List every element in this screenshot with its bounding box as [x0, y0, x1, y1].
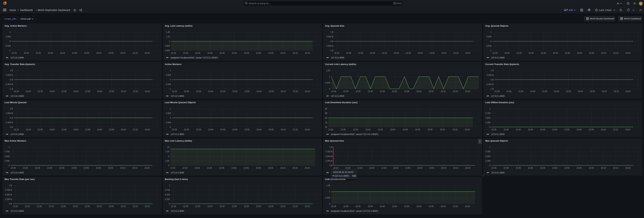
svg-text:22:45: 22:45	[220, 205, 224, 207]
svg-text:22:30: 22:30	[346, 52, 351, 54]
svg-text:23:00: 23:00	[256, 205, 261, 207]
svg-text:23:10: 23:10	[280, 52, 286, 54]
svg-text:23:00: 23:00	[97, 90, 102, 92]
svg-text:-0.500 B: -0.500 B	[6, 121, 13, 124]
svg-text:23:20: 23:20	[625, 167, 630, 169]
svg-text:22:40: 22:40	[368, 205, 373, 207]
svg-text:23:05: 23:05	[590, 90, 595, 92]
svg-text:23:00: 23:00	[256, 90, 262, 92]
svg-text:23:00: 23:00	[577, 129, 582, 131]
svg-text:1: 1	[169, 184, 170, 187]
svg-text:23:05: 23:05	[429, 167, 434, 169]
svg-text:23:05: 23:05	[268, 90, 274, 92]
svg-text:22:55: 22:55	[244, 167, 248, 169]
svg-text:22:30: 22:30	[24, 52, 29, 54]
svg-text:22:30: 22:30	[343, 90, 348, 92]
svg-text:22:45: 22:45	[540, 129, 545, 131]
svg-text:0: 0	[170, 117, 171, 119]
svg-text:22:50: 22:50	[232, 167, 236, 169]
svg-text:22:50: 22:50	[390, 129, 396, 131]
svg-text:23:20: 23:20	[144, 52, 150, 54]
svg-text:22:50: 22:50	[72, 52, 77, 54]
svg-text:23:15: 23:15	[133, 90, 138, 92]
svg-text:{endpoint="localhost:9010", se: {endpoint="localhost:9010", server="127.…	[331, 133, 378, 136]
svg-text:0: 0	[329, 87, 330, 90]
svg-text:0 B: 0 B	[330, 40, 334, 43]
svg-text:23:10: 23:10	[280, 205, 286, 207]
svg-text:22:45: 22:45	[381, 167, 386, 169]
svg-text:22:40: 22:40	[366, 129, 370, 131]
svg-text:22:55: 22:55	[244, 90, 250, 92]
svg-text:23:10: 23:10	[601, 167, 606, 169]
svg-text:22:40: 22:40	[208, 52, 212, 54]
svg-text:{endpoint="localhost:9010", se: {endpoint="localhost:9010", server="127.…	[171, 57, 218, 59]
svg-text:22:35: 22:35	[356, 90, 360, 92]
svg-text:23:05: 23:05	[589, 167, 594, 169]
svg-text:23:00: 23:00	[256, 167, 261, 169]
svg-text:23:00: 23:00	[577, 52, 582, 54]
svg-text:30: 30	[325, 117, 328, 119]
svg-text:10: 10	[167, 146, 170, 148]
svg-text:22:30: 22:30	[184, 129, 189, 131]
svg-text:1 B: 1 B	[10, 107, 13, 110]
svg-text:22:55: 22:55	[564, 167, 570, 169]
svg-text:22:55: 22:55	[405, 167, 410, 169]
svg-text:22:40: 22:40	[48, 52, 53, 54]
svg-text:22:50: 22:50	[553, 52, 558, 54]
svg-text:0.500: 0.500	[486, 117, 490, 119]
svg-text:23:05: 23:05	[428, 205, 434, 207]
svg-text:22:55: 22:55	[85, 90, 90, 92]
svg-text:-0.500: -0.500	[165, 83, 171, 85]
svg-text:23:05: 23:05	[268, 205, 273, 207]
svg-text:23:15: 23:15	[452, 129, 458, 131]
svg-text:1 B: 1 B	[330, 146, 332, 148]
svg-text:0.750: 0.750	[5, 151, 10, 153]
svg-text:1: 1	[329, 75, 330, 78]
svg-text:22:45: 22:45	[219, 167, 224, 169]
svg-text:22:55: 22:55	[404, 90, 409, 92]
svg-text:22:40: 22:40	[207, 167, 212, 169]
svg-text:23:15: 23:15	[292, 205, 298, 207]
svg-text:22:50: 22:50	[72, 167, 76, 169]
svg-text:23:20: 23:20	[305, 205, 310, 207]
svg-text:22:30: 22:30	[183, 205, 188, 207]
svg-text:22:45: 22:45	[378, 129, 383, 131]
svg-text:22:55: 22:55	[565, 52, 570, 54]
svg-text:-0.500 B: -0.500 B	[486, 83, 494, 85]
svg-text:35: 35	[325, 112, 328, 115]
svg-text:22:30: 22:30	[184, 90, 189, 92]
svg-text:1: 1	[8, 146, 10, 148]
svg-text:0.500 B: 0.500 B	[5, 194, 12, 196]
svg-text:22:35: 22:35	[195, 205, 200, 207]
svg-text:22:30: 22:30	[341, 129, 346, 131]
svg-text:22:50: 22:50	[232, 129, 237, 131]
svg-text:0: 0	[10, 40, 11, 43]
svg-text:0 B: 0 B	[491, 78, 494, 81]
svg-text:22:25: 22:25	[494, 90, 500, 92]
svg-text:23:10: 23:10	[281, 129, 286, 131]
svg-text:-1 B: -1 B	[9, 87, 13, 90]
svg-text:1: 1	[10, 31, 11, 33]
svg-text:22:30: 22:30	[26, 90, 31, 92]
svg-text:-0.500 B: -0.500 B	[6, 83, 13, 85]
svg-text:23:20: 23:20	[465, 90, 470, 92]
svg-text:1: 1	[489, 107, 490, 110]
svg-text:22:35: 22:35	[357, 167, 362, 169]
svg-text:22:35: 22:35	[37, 205, 42, 207]
svg-text:23:20: 23:20	[625, 52, 630, 54]
svg-text:22:30: 22:30	[26, 129, 31, 131]
svg-text:23:20: 23:20	[145, 90, 150, 92]
svg-text:1.50: 1.50	[326, 69, 330, 72]
svg-text:1: 1	[170, 69, 171, 72]
svg-text:22:55: 22:55	[404, 205, 409, 207]
svg-text:23:05: 23:05	[428, 90, 434, 92]
svg-text:-1: -1	[490, 49, 492, 52]
svg-text:0: 0	[329, 203, 330, 205]
svg-text:127.0.0.1:9000: 127.0.0.1:9000	[10, 95, 24, 97]
svg-text:22:50: 22:50	[232, 52, 237, 54]
svg-text:0.500 B: 0.500 B	[487, 74, 494, 76]
svg-text:0.750 B: 0.750 B	[5, 189, 12, 191]
svg-text:23:00: 23:00	[417, 167, 422, 169]
svg-text:127.0.0.1:9000: 127.0.0.1:9000	[10, 210, 24, 212]
svg-text:0.500: 0.500	[486, 155, 490, 158]
